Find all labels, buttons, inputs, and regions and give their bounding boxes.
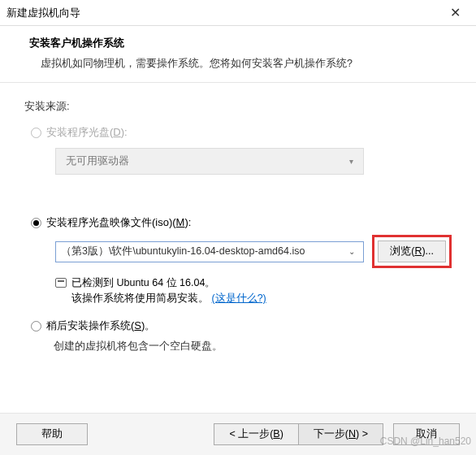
back-button[interactable]: < 上一步(B) [214, 423, 297, 445]
option-install-later[interactable]: 稍后安装操作系统(S)。 创建的虚拟机将包含一个空白硬盘。 [31, 318, 452, 353]
radio-later[interactable] [31, 321, 41, 332]
radio-later-label: 稍后安装操作系统(S)。 [46, 318, 155, 333]
easy-install-text: 该操作系统将使用简易安装。 [71, 292, 209, 304]
close-icon[interactable]: ✕ [440, 5, 470, 20]
detected-os-text: 已检测到 Ubuntu 64 位 16.04。 [71, 276, 215, 290]
help-button[interactable]: 帮助 [16, 423, 88, 445]
iso-detection-info: 已检测到 Ubuntu 64 位 16.04。 该操作系统将使用简易安装。 (这… [55, 276, 452, 306]
radio-disc [31, 128, 41, 138]
wizard-footer: 帮助 < 上一步(B) 下一步(N) > 取消 [0, 413, 476, 455]
radio-iso[interactable] [31, 218, 41, 228]
option-iso-image[interactable]: 安装程序光盘映像文件(iso)(M): （第3版）\软件\ubuntukylin… [31, 215, 452, 306]
wizard-header: 安装客户机操作系统 虚拟机如同物理机，需要操作系统。您将如何安装客户机操作系统? [0, 26, 476, 83]
chevron-down-icon[interactable]: ⌄ [345, 247, 358, 256]
later-note: 创建的虚拟机将包含一个空白硬盘。 [54, 340, 452, 353]
disc-drive-dropdown: 无可用驱动器 ▾ [55, 148, 364, 175]
radio-iso-label: 安装程序光盘映像文件(iso)(M): [46, 215, 191, 230]
browse-highlight: 浏览(R)... [372, 235, 452, 268]
iso-path-input[interactable]: （第3版）\软件\ubuntukylin-16.04-desktop-amd64… [55, 241, 364, 262]
wizard-content: 安装来源: 安装程序光盘(D): 无可用驱动器 ▾ 安装程序光盘映像文件(iso… [0, 83, 476, 366]
source-label: 安装来源: [24, 99, 452, 114]
title-bar: 新建虚拟机向导 ✕ [0, 0, 476, 26]
watermark: CSDN @Lin_han520 [380, 436, 471, 447]
page-subtitle: 虚拟机如同物理机，需要操作系统。您将如何安装客户机操作系统? [41, 57, 452, 71]
radio-disc-label: 安装程序光盘(D): [46, 125, 128, 140]
option-installer-disc: 安装程序光盘(D): 无可用驱动器 ▾ [31, 125, 452, 175]
page-title: 安装客户机操作系统 [29, 36, 452, 50]
chevron-down-icon: ▾ [349, 157, 353, 166]
whats-this-link[interactable]: (这是什么?) [211, 292, 266, 304]
next-button[interactable]: 下一步(N) > [298, 423, 383, 445]
info-icon [55, 278, 67, 288]
iso-path-value: （第3版）\软件\ubuntukylin-16.04-desktop-amd64… [61, 245, 305, 258]
window-title: 新建虚拟机向导 [6, 6, 80, 20]
browse-button[interactable]: 浏览(R)... [378, 240, 446, 262]
disc-drive-value: 无可用驱动器 [66, 154, 129, 168]
